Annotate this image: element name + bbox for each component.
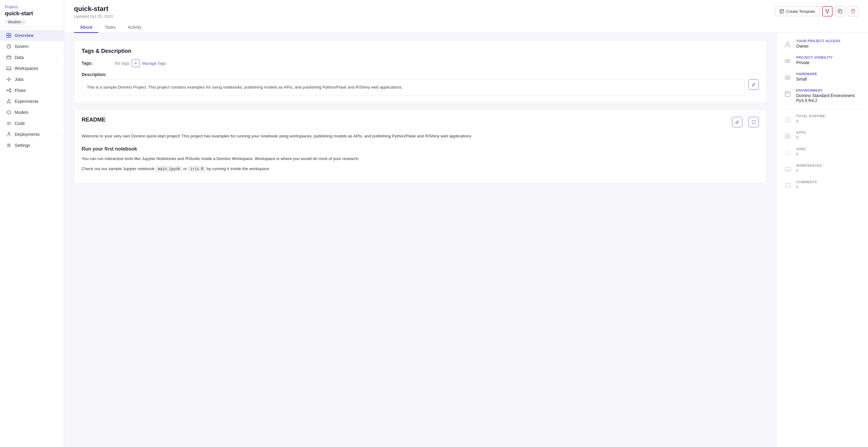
- tags-description-card: Tags & Description Tags: No tags + Manag…: [74, 40, 767, 103]
- right-sidebar: YOUR PROJECT ACCESS Owner PROJECT VISIBI…: [776, 33, 868, 447]
- svg-marker-11: [7, 110, 11, 114]
- stage-badge[interactable]: Ideation ›: [5, 19, 26, 25]
- svg-point-15: [826, 9, 827, 10]
- meta-hardware-label: HARDWARE: [796, 72, 862, 76]
- tab-about[interactable]: About: [74, 22, 98, 33]
- meta-environment: ENVIRONMENT Domino Standard Environment …: [783, 89, 862, 103]
- meta-runtime-label: TOTAL RUNTIME: [796, 114, 862, 118]
- overview-label: Overview: [15, 33, 34, 38]
- code-label: Code: [15, 121, 25, 126]
- tags-card-title: Tags & Description: [82, 48, 759, 54]
- projects-link[interactable]: Projects: [5, 5, 59, 9]
- content-area: Tags & Description Tags: No tags + Manag…: [64, 33, 776, 447]
- svg-rect-31: [788, 136, 790, 139]
- person-icon: [783, 40, 793, 49]
- meta-apps: APPS 0: [783, 131, 862, 141]
- svg-point-21: [787, 61, 788, 62]
- expand-readme-button[interactable]: [748, 117, 759, 127]
- svg-rect-14: [780, 9, 784, 13]
- models-label: Models: [15, 110, 28, 115]
- sidebar-item-workspaces[interactable]: Workspaces: [0, 63, 64, 74]
- svg-rect-2: [7, 36, 8, 38]
- edit-readme-button[interactable]: [732, 117, 742, 127]
- sidebar-item-overview[interactable]: Overview: [0, 30, 64, 41]
- svg-point-26: [787, 92, 787, 93]
- expand-icon: [751, 120, 756, 124]
- tags-value: No tags: [115, 61, 129, 66]
- sidebar-item-experiments[interactable]: Experiments: [0, 96, 64, 107]
- meta-comments-label: COMMENTS: [796, 180, 862, 184]
- jobs-label: Jobs: [15, 77, 24, 82]
- copy-icon: [838, 9, 843, 14]
- sidebar-item-deployments[interactable]: Deployments ›: [0, 129, 64, 140]
- pencil-icon: [751, 82, 756, 87]
- sidebar-item-govern[interactable]: Govern: [0, 41, 64, 52]
- sidebar-item-code[interactable]: Code: [0, 118, 64, 129]
- svg-rect-18: [839, 10, 842, 13]
- svg-rect-1: [9, 33, 11, 35]
- sidebar-item-settings[interactable]: Settings: [0, 140, 64, 151]
- stage-badge-arrow: ›: [22, 21, 23, 24]
- svg-point-19: [786, 42, 789, 44]
- overview-icon: [6, 33, 11, 38]
- svg-rect-28: [785, 134, 787, 136]
- header-actions: Create Template: [775, 6, 858, 16]
- readme-subsection-title: Run your first notebook: [82, 145, 759, 153]
- meta-apps-content: APPS 0: [796, 131, 862, 140]
- svg-rect-29: [788, 134, 790, 136]
- trash-icon: [850, 9, 856, 14]
- readme-title: README: [82, 117, 105, 123]
- sidebar-item-jobs[interactable]: Jobs: [0, 74, 64, 85]
- readme-intro: Welcome to your very own Domino quick-st…: [82, 133, 759, 140]
- meta-runtime-value: 0: [796, 119, 862, 123]
- duplicate-button[interactable]: [835, 6, 845, 16]
- meta-jobs-content: JOBS 0: [796, 147, 862, 156]
- readme-actions: [728, 117, 759, 127]
- code-iris-r: iris.R: [188, 166, 206, 172]
- svg-point-13: [8, 145, 10, 146]
- page-header: quick-start Updated Oct 25, 2023 Create …: [64, 0, 868, 33]
- manage-tags-link[interactable]: Manage Tags: [142, 61, 166, 66]
- meta-project-visibility: PROJECT VISIBILITY Private: [783, 56, 862, 66]
- meta-access-content: YOUR PROJECT ACCESS Owner: [796, 39, 862, 48]
- page-updated: Updated Oct 25, 2023: [74, 14, 113, 19]
- description-field-label: Description:: [82, 70, 112, 77]
- sidebar-nav: Overview Govern Data ›: [0, 28, 64, 447]
- tab-tasks[interactable]: Tasks: [98, 22, 122, 33]
- main-content: quick-start Updated Oct 25, 2023 Create …: [64, 0, 868, 447]
- tab-activity[interactable]: Activity: [122, 22, 147, 33]
- add-tag-button[interactable]: +: [132, 59, 140, 67]
- meta-access-label: YOUR PROJECT ACCESS: [796, 39, 862, 43]
- svg-point-32: [785, 150, 790, 155]
- svg-point-7: [8, 78, 10, 80]
- readme-card: README Welcome to your very own Domino q…: [74, 109, 767, 183]
- data-arrow: ›: [57, 56, 58, 59]
- meta-environment-content: ENVIRONMENT Domino Standard Environment …: [796, 89, 862, 103]
- template-icon: [779, 9, 784, 14]
- delete-button[interactable]: [848, 6, 858, 16]
- meta-project-access: YOUR PROJECT ACCESS Owner: [783, 39, 862, 49]
- tabs: About Tasks Activity: [74, 22, 858, 33]
- sidebar-item-flows[interactable]: Flows: [0, 85, 64, 96]
- meta-apps-label: APPS: [796, 131, 862, 134]
- fork-button[interactable]: [822, 6, 833, 16]
- pencil-icon-readme: [735, 120, 739, 124]
- meta-total-runtime: TOTAL RUNTIME 0: [783, 114, 862, 125]
- meta-apps-value: 0: [796, 135, 862, 140]
- svg-point-12: [8, 133, 10, 134]
- meta-workspaces-value: 0: [796, 168, 862, 173]
- meta-environment-label: ENVIRONMENT: [796, 89, 862, 92]
- clock-icon: [783, 115, 793, 125]
- sidebar: Projects quick-start Ideation › Overview…: [0, 0, 64, 447]
- sidebar-item-data[interactable]: Data ›: [0, 52, 64, 63]
- sidebar-item-models[interactable]: Models: [0, 107, 64, 118]
- svg-rect-3: [9, 36, 11, 38]
- meta-visibility-content: PROJECT VISIBILITY Private: [796, 56, 862, 65]
- svg-point-23: [787, 77, 788, 78]
- readme-body: Welcome to your very own Domino quick-st…: [82, 133, 759, 173]
- edit-description-button[interactable]: [748, 79, 759, 90]
- meta-workspaces-label: WORKSPACES: [796, 164, 862, 167]
- create-template-button[interactable]: Create Template: [775, 6, 820, 16]
- meta-environment-value: Domino Standard Environment Py3.9 R4.2: [796, 93, 862, 103]
- svg-rect-30: [785, 136, 787, 139]
